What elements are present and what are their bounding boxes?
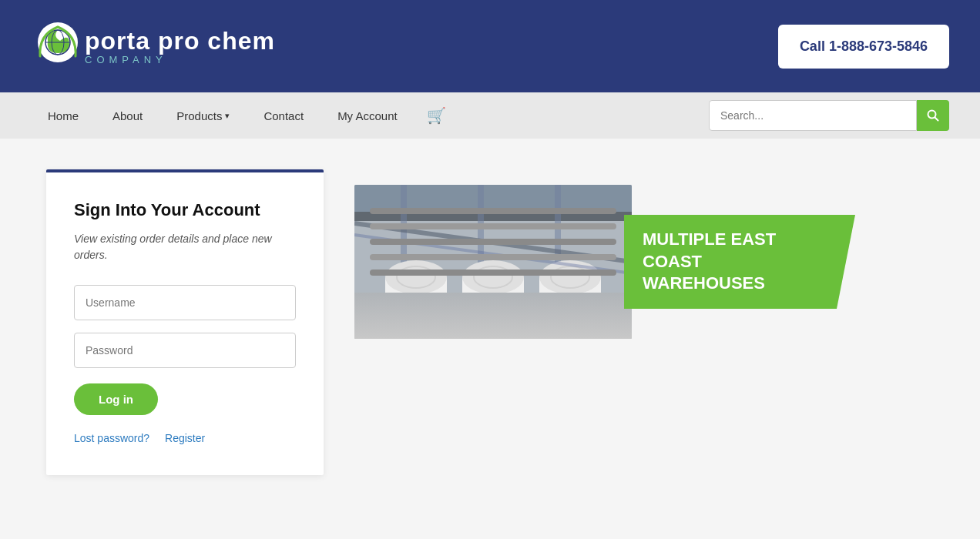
logo-text: porta pro chem COMPANY	[85, 28, 275, 65]
nav-item-about[interactable]: About	[96, 92, 159, 139]
nav-item-home[interactable]: Home	[31, 92, 96, 139]
logo-company-label: COMPANY	[85, 55, 275, 65]
login-subtitle: View existing order details and place ne…	[74, 231, 296, 263]
warehouse-banner: MULTIPLE EAST COAST WAREHOUSES	[624, 215, 855, 309]
svg-rect-7	[354, 185, 632, 216]
logo-brand-name: porta pro chem	[85, 28, 275, 53]
search-icon	[927, 109, 939, 122]
navbar: Home About Products ▾ Contact My Account…	[0, 92, 980, 139]
username-input[interactable]	[74, 285, 296, 320]
svg-rect-12	[354, 300, 632, 339]
warehouse-image	[354, 185, 632, 339]
login-button[interactable]: Log in	[74, 383, 158, 415]
call-button[interactable]: Call 1-888-673-5846	[778, 25, 949, 69]
logo-icon	[31, 19, 85, 73]
logo-area[interactable]: porta pro chem COMPANY	[31, 19, 275, 73]
svg-point-19	[539, 287, 601, 321]
cart-icon[interactable]: 🛒	[414, 92, 458, 139]
svg-line-5	[935, 118, 938, 121]
nav-item-contact[interactable]: Contact	[247, 92, 321, 139]
search-input[interactable]	[709, 100, 917, 131]
lost-password-link[interactable]: Lost password?	[74, 432, 149, 444]
svg-point-16	[462, 287, 524, 321]
svg-point-18	[462, 260, 524, 294]
login-title: Sign Into Your Account	[74, 200, 296, 220]
search-area	[709, 100, 949, 131]
nav-item-my-account[interactable]: My Account	[321, 92, 414, 139]
right-section: MULTIPLE EAST COAST WAREHOUSES	[354, 185, 934, 339]
main-content: Sign Into Your Account View existing ord…	[0, 139, 980, 506]
warehouse-illustration	[354, 185, 632, 339]
svg-point-15	[385, 260, 447, 294]
password-input[interactable]	[74, 333, 296, 368]
site-header: porta pro chem COMPANY Call 1-888-673-58…	[0, 0, 980, 92]
svg-rect-8	[354, 212, 632, 221]
login-card: Sign Into Your Account View existing ord…	[46, 169, 324, 475]
login-links: Lost password? Register	[74, 432, 296, 444]
nav-item-products[interactable]: Products ▾	[159, 92, 247, 139]
nav-items: Home About Products ▾ Contact My Account…	[31, 92, 709, 139]
svg-point-13	[385, 287, 447, 321]
products-chevron-icon: ▾	[225, 111, 230, 121]
register-link[interactable]: Register	[165, 432, 205, 444]
search-button[interactable]	[917, 100, 949, 131]
